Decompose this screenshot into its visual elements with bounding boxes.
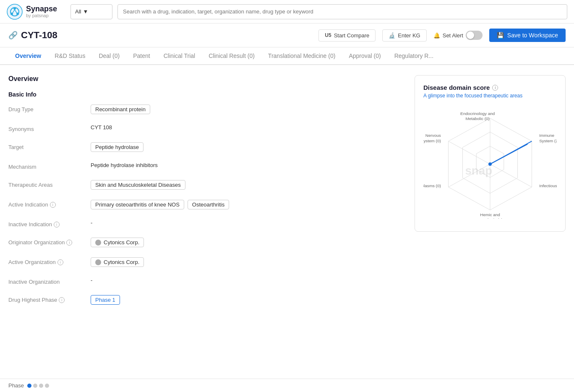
set-alert-toggle[interactable] bbox=[466, 31, 483, 40]
compare-icon: U5 bbox=[325, 32, 331, 38]
tab-regulatory[interactable]: Regulatory R... bbox=[388, 47, 440, 65]
active-org-row: Active Organization i Cytonics Corp. bbox=[8, 257, 404, 267]
svg-text:Lymphatic (0): Lymphatic (0) bbox=[477, 217, 503, 219]
org-icon bbox=[95, 240, 101, 246]
drug-name: CYT-108 bbox=[21, 30, 57, 41]
right-column: Disease domain score i A glimpse into th… bbox=[415, 75, 566, 315]
drug-phase-info-icon[interactable]: i bbox=[59, 297, 65, 303]
target-row: Target Peptide hydrolase bbox=[8, 142, 404, 152]
target-tag: Peptide hydrolase bbox=[91, 142, 144, 152]
enter-kg-label: Enter KG bbox=[398, 32, 420, 39]
tab-translational[interactable]: Translational Medicine (0) bbox=[261, 47, 342, 65]
inactive-org-row: Inactive Organization - bbox=[8, 277, 404, 285]
originator-org-row: Originator Organization i Cytonics Corp. bbox=[8, 238, 404, 247]
search-input[interactable] bbox=[123, 8, 562, 15]
inactive-indication-value-area: - bbox=[91, 220, 404, 226]
originator-org-name: Cytonics Corp. bbox=[104, 239, 139, 246]
target-value-area: Peptide hydrolase bbox=[91, 142, 404, 152]
start-compare-button[interactable]: U5 Start Compare bbox=[318, 29, 376, 42]
radar-svg: snap Endocrinology and Metabolic (0) Imm… bbox=[423, 110, 557, 219]
active-org-label: Active Organization i bbox=[8, 257, 84, 265]
header-actions: U5 Start Compare 🔬 Enter KG 🔔 Set Alert … bbox=[318, 29, 566, 42]
active-indication-info-icon[interactable]: i bbox=[50, 202, 56, 208]
save-label: Save to Workspace bbox=[507, 32, 558, 39]
search-input-wrap bbox=[117, 4, 567, 19]
alert-icon: 🔔 bbox=[433, 32, 440, 39]
active-indication-label: Active Indication i bbox=[8, 200, 84, 208]
active-org-name: Cytonics Corp. bbox=[104, 259, 139, 265]
drug-highest-phase-row: Drug Highest Phase i Phase 1 bbox=[8, 295, 404, 305]
drug-type-tag: Recombinant protein bbox=[91, 105, 150, 114]
svg-text:Nervous: Nervous bbox=[425, 133, 441, 138]
therapeutic-area-tag: Skin and Musculoskeletal Diseases bbox=[91, 180, 185, 190]
active-org-info-icon[interactable]: i bbox=[57, 259, 63, 265]
domain-info-icon[interactable]: i bbox=[492, 85, 498, 91]
mechanism-row: Mechanism Peptide hydrolase inhibitors bbox=[8, 162, 404, 170]
active-indication-row: Active Indication i Primary osteoarthrit… bbox=[8, 200, 404, 209]
svg-text:Neoplasms (0): Neoplasms (0) bbox=[423, 183, 441, 188]
drug-highest-phase-value-area: Phase 1 bbox=[91, 295, 404, 305]
svg-text:Infectious (0): Infectious (0) bbox=[539, 183, 557, 188]
synonyms-label: Synonyms bbox=[8, 124, 84, 132]
svg-point-2 bbox=[13, 7, 16, 10]
set-alert-label: Set Alert bbox=[443, 32, 463, 39]
tab-rnd-status[interactable]: R&D Status bbox=[48, 47, 92, 65]
enter-kg-button[interactable]: 🔬 Enter KG bbox=[382, 29, 426, 42]
svg-line-14 bbox=[490, 144, 527, 164]
inactive-indication-row: Inactive Indication i - bbox=[8, 220, 404, 227]
chevron-down-icon: ▼ bbox=[83, 8, 88, 15]
inactive-org-text: - bbox=[91, 277, 92, 283]
radar-chart: snap Endocrinology and Metabolic (0) Imm… bbox=[423, 105, 557, 223]
originator-org-info-icon[interactable]: i bbox=[66, 240, 72, 246]
logo-brand: Synapse bbox=[26, 5, 57, 13]
logo-text: Synapse by patsnap bbox=[26, 5, 57, 18]
inactive-org-label: Inactive Organization bbox=[8, 277, 84, 285]
disease-domain-card: Disease domain score i A glimpse into th… bbox=[415, 75, 566, 232]
set-alert-toggle-wrap: 🔔 Set Alert bbox=[433, 31, 483, 40]
search-type-dropdown[interactable]: All ▼ bbox=[70, 4, 112, 19]
tab-approval[interactable]: Approval (0) bbox=[342, 47, 387, 65]
logo-area: Synapse by patsnap bbox=[7, 4, 65, 20]
main-content: Overview Basic Info Drug Type Recombinan… bbox=[0, 65, 574, 325]
dropdown-selected: All bbox=[75, 8, 81, 15]
active-org-tag[interactable]: Cytonics Corp. bbox=[91, 257, 144, 267]
inactive-indication-text: - bbox=[91, 220, 92, 226]
drug-phase-tag: Phase 1 bbox=[91, 295, 120, 305]
logo-sub: by patsnap bbox=[26, 13, 57, 18]
left-column: Overview Basic Info Drug Type Recombinan… bbox=[8, 75, 404, 315]
drug-highest-phase-label: Drug Highest Phase i bbox=[8, 295, 84, 303]
active-indication-tag-1: Primary osteoarthritis of knee NOS bbox=[91, 200, 184, 209]
active-org-value-area: Cytonics Corp. bbox=[91, 257, 404, 267]
synonyms-row: Synonyms CYT 108 bbox=[8, 124, 404, 132]
therapeutic-areas-value-area: Skin and Musculoskeletal Diseases bbox=[91, 180, 404, 190]
toggle-knob bbox=[467, 31, 474, 39]
tab-clinical-result[interactable]: Clinical Result (0) bbox=[202, 47, 261, 65]
drug-type-value-area: Recombinant protein bbox=[91, 105, 404, 114]
drug-type-row: Drug Type Recombinant protein bbox=[8, 105, 404, 114]
start-compare-label: Start Compare bbox=[334, 32, 370, 39]
tab-overview[interactable]: Overview bbox=[8, 47, 48, 65]
inactive-indication-info-icon[interactable]: i bbox=[54, 222, 60, 227]
synonyms-value-area: CYT 108 bbox=[91, 124, 404, 131]
drug-header: 🔗 CYT-108 U5 Start Compare 🔬 Enter KG 🔔 … bbox=[0, 24, 574, 47]
inactive-indication-label: Inactive Indication i bbox=[8, 220, 84, 227]
topbar: Synapse by patsnap All ▼ bbox=[0, 0, 574, 24]
tabs-bar: Overview R&D Status Deal (0) Patent Clin… bbox=[0, 47, 574, 65]
originator-org-tag[interactable]: Cytonics Corp. bbox=[91, 238, 144, 247]
svg-text:Metabolic (0): Metabolic (0) bbox=[466, 116, 490, 121]
inactive-org-value-area: - bbox=[91, 277, 404, 283]
tab-patent[interactable]: Patent bbox=[126, 47, 157, 65]
originator-org-value-area: Cytonics Corp. bbox=[91, 238, 404, 247]
save-to-workspace-button[interactable]: 💾 Save to Workspace bbox=[489, 29, 566, 42]
target-label: Target bbox=[8, 142, 84, 150]
tab-clinical-trial[interactable]: Clinical Trial bbox=[157, 47, 202, 65]
active-org-icon bbox=[95, 259, 101, 265]
basic-info-title: Basic Info bbox=[8, 91, 404, 98]
drug-type-label: Drug Type bbox=[8, 105, 84, 112]
domain-card-subtitle: A glimpse into the focused therapeutic a… bbox=[423, 93, 557, 99]
save-icon: 💾 bbox=[497, 32, 504, 39]
overview-section-title: Overview bbox=[8, 75, 404, 83]
mechanism-text: Peptide hydrolase inhibitors bbox=[91, 162, 158, 168]
svg-text:snap: snap bbox=[465, 164, 492, 177]
tab-deal[interactable]: Deal (0) bbox=[92, 47, 126, 65]
